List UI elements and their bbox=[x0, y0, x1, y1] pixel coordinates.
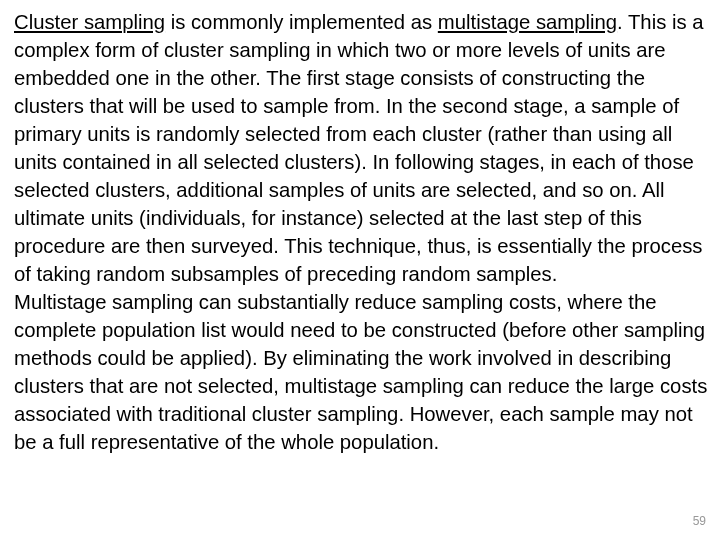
paragraph-2: Multistage sampling can substantially re… bbox=[14, 288, 710, 456]
page-number: 59 bbox=[693, 513, 706, 530]
link-cluster-sampling[interactable]: Cluster sampling bbox=[14, 11, 165, 33]
text-segment: . This is a complex form of cluster samp… bbox=[14, 11, 703, 285]
slide: Cluster sampling is commonly implemented… bbox=[0, 0, 720, 540]
text-segment: is commonly implemented as bbox=[165, 11, 438, 33]
paragraph-1: Cluster sampling is commonly implemented… bbox=[14, 8, 710, 288]
link-multistage-sampling[interactable]: multistage sampling bbox=[438, 11, 617, 33]
